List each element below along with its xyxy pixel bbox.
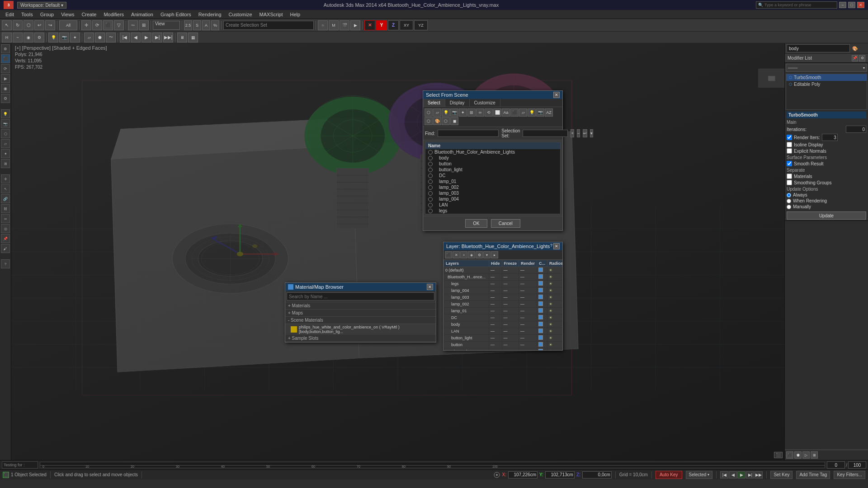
prev-frame[interactable]: ◀ — [131, 33, 141, 42]
place-tool[interactable]: ▽ — [114, 20, 124, 30]
layer-row-11[interactable]: button — — — ☀ — [444, 342, 563, 348]
modifier-dropdown[interactable]: ─── ▾ — [786, 64, 867, 72]
redo-btn[interactable]: ↪ — [45, 20, 55, 30]
mini-play[interactable]: ▶ — [737, 471, 745, 479]
panel-icon-3[interactable]: ▷ — [802, 451, 810, 459]
status-icon[interactable]: ⬛ — [3, 472, 9, 478]
mirror-btn[interactable]: ⥊ — [128, 20, 138, 30]
menu-item-customize[interactable]: Customize — [225, 11, 256, 18]
track-view[interactable]: ⏢ — [318, 20, 328, 30]
isoline-check[interactable] — [787, 142, 792, 147]
select-scene-cancel[interactable]: Cancel — [491, 219, 520, 228]
workspace-dropdown[interactable]: Workspace: Default ▾ — [17, 2, 66, 9]
layer-row-6[interactable]: lamp_01 — — — ☀ — [444, 308, 563, 314]
scene-item-1[interactable]: body — [425, 155, 560, 161]
search-input[interactable]: 🔍 Type a keyword or phrase — [756, 1, 837, 9]
sidebar-hierarchy[interactable]: ⟳ — [1, 64, 10, 73]
sel-invert[interactable]: ⟲ — [485, 108, 493, 117]
coord-z-input[interactable] — [582, 471, 612, 479]
layer-close-btn[interactable]: ✕ — [553, 243, 560, 249]
shape-btn[interactable]: ▱ — [84, 33, 94, 42]
mini-prev[interactable]: ◀ — [729, 471, 737, 479]
hierarchy-btn[interactable]: H — [2, 33, 12, 42]
viewport-maximize[interactable]: ⬛ — [774, 452, 783, 458]
goto-end[interactable]: ▶▶| — [163, 33, 173, 42]
sidebar-question[interactable]: ? — [1, 259, 10, 268]
geo-btn[interactable]: ⬟ — [95, 33, 105, 42]
sidebar-paint[interactable]: 🖌 — [1, 244, 10, 253]
add-time-tag-button[interactable]: Add Time Tag — [796, 471, 830, 479]
motion-btn[interactable]: ~ — [13, 33, 23, 42]
smoothing-groups-check[interactable] — [787, 180, 792, 185]
scene-item-8[interactable]: lamp_004 — [425, 196, 560, 202]
mat-section-maps[interactable]: + Maps — [285, 310, 436, 317]
sel-all-space[interactable]: ⊞ — [467, 108, 476, 117]
layer-row-1[interactable]: Bluetooth_H...ence... — — — ☀ — [444, 274, 563, 281]
sel-sort-type[interactable]: ⬡ — [425, 117, 433, 125]
material-editor[interactable]: M — [329, 20, 339, 30]
mat-section-scene[interactable]: - Scene Materials — [285, 317, 436, 324]
scene-item-3[interactable]: button_light — [425, 167, 560, 173]
sel-list-cams[interactable]: 📷 — [536, 108, 544, 117]
mat-item-0[interactable]: philips_hue_white_and_color_ambience_on … — [285, 324, 436, 335]
select-scene-ok[interactable]: OK — [465, 219, 487, 228]
coord-y-input[interactable] — [545, 471, 575, 479]
percent-snap[interactable]: % — [211, 20, 219, 30]
sel-sort-alpha[interactable]: AZ — [545, 108, 553, 117]
panel-icon-2[interactable]: ⬟ — [794, 451, 802, 459]
sel-all-bone[interactable]: ∞ — [476, 108, 484, 117]
menu-item-help[interactable]: Help — [287, 11, 304, 18]
rotate-tool[interactable]: ⟳ — [92, 20, 102, 30]
menu-item-modifiers[interactable]: Modifiers — [100, 11, 127, 18]
layer-add-btn[interactable]: + — [460, 251, 467, 258]
menu-item-maxscript[interactable]: MAXScript — [256, 11, 287, 18]
menu-item-rendering[interactable]: Rendering — [195, 11, 225, 18]
mini-end[interactable]: ▶▶ — [755, 471, 763, 479]
layer-row-5[interactable]: lamp_002 — — — ☀ — [444, 301, 563, 308]
sidebar-utils[interactable]: ⚙ — [1, 94, 10, 103]
auto-key-button[interactable]: Auto Key — [656, 471, 682, 479]
play-btn[interactable]: ▶ — [142, 33, 151, 42]
menu-item-create[interactable]: Create — [78, 11, 100, 18]
menu-item-views[interactable]: Views — [57, 11, 78, 18]
sel-list-geo[interactable]: ⬛ — [510, 108, 519, 117]
key-filters-button[interactable]: Key Filters... — [834, 471, 865, 479]
snap-2d[interactable]: 2.5 — [184, 20, 192, 30]
sel-all-helpers[interactable]: ✦ — [459, 108, 467, 117]
sel-all-geo[interactable]: ⬡ — [425, 108, 433, 117]
layer-settings-btn[interactable]: ⚙ — [476, 251, 483, 258]
select-scene-close[interactable]: ✕ — [553, 92, 560, 98]
scene-item-9[interactable]: LAN — [425, 202, 560, 208]
scene-item-4[interactable]: DC — [425, 173, 560, 178]
sel-list-shapes[interactable]: ▱ — [519, 108, 527, 117]
sel-case[interactable]: Aa — [502, 108, 510, 117]
layer-expand-btn[interactable]: ▸ — [491, 251, 498, 258]
timeline-track[interactable]: 0 10 20 30 40 50 60 70 80 90 100 — [40, 462, 825, 468]
select-btn[interactable]: ↖ — [2, 20, 12, 30]
camera-btn[interactable]: 📷 — [59, 33, 69, 42]
angle-snap[interactable]: A — [202, 20, 210, 30]
sel-list-lights[interactable]: 💡 — [528, 108, 536, 117]
materials-check[interactable] — [787, 174, 792, 179]
select-filter[interactable]: All — [59, 20, 77, 30]
scene-item-5[interactable]: lamp_01 — [425, 178, 560, 184]
sel-all-lights[interactable]: 💡 — [442, 108, 450, 117]
scene-item-6[interactable]: lamp_002 — [425, 184, 560, 190]
sidebar-motion[interactable]: ▶ — [1, 74, 10, 83]
modifier-item-editpoly[interactable]: ⬡ Editable Poly — [786, 81, 867, 88]
layer-row-7[interactable]: DC — — — ☀ — [444, 314, 563, 321]
scene-item-0[interactable]: Bluetooth_Hue_Color_Ambience_Lights — [425, 149, 560, 155]
layer-collapse-btn[interactable]: ▾ — [483, 251, 491, 258]
render-btn[interactable]: 🖥 — [177, 33, 187, 42]
close-button[interactable]: ✕ — [857, 2, 864, 8]
sel-all-cams[interactable]: 📷 — [450, 108, 458, 117]
sel-none[interactable]: ⬜ — [493, 108, 501, 117]
sel-set-btn1[interactable]: + — [571, 129, 574, 137]
menu-item-edit[interactable]: Edit — [2, 11, 18, 18]
smooth-result-check[interactable] — [787, 161, 792, 166]
sidebar-select[interactable]: ↖ — [1, 184, 10, 193]
panel-icon-4[interactable]: ⊞ — [811, 451, 818, 459]
menu-item-animation[interactable]: Animation — [127, 11, 157, 18]
layer-new-btn[interactable]: ⬛ — [445, 251, 452, 258]
undo-btn[interactable]: ↩ — [34, 20, 44, 30]
